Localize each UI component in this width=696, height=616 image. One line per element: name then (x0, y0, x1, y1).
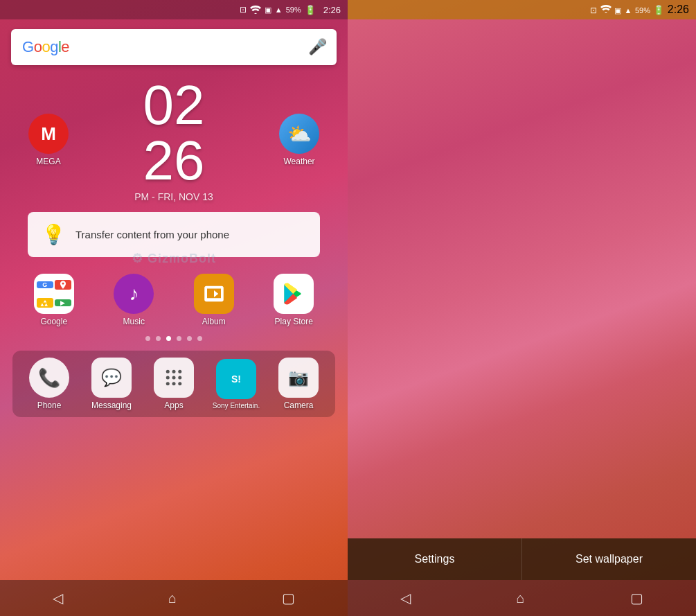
dot-5 (187, 336, 192, 341)
clock-date: PM - FRI, NOV 13 (76, 191, 271, 202)
right-battery-icon: 🔋 (653, 5, 664, 15)
right-sim-icon: ▣ (614, 6, 621, 15)
album-icon (194, 274, 234, 314)
playstore-icon (274, 274, 314, 314)
right-wallpaper-area (348, 19, 696, 538)
recent-button[interactable] (282, 590, 295, 606)
right-home-button[interactable] (516, 590, 524, 606)
playstore-app[interactable]: Play Store (266, 274, 321, 326)
apps-app[interactable]: Apps (146, 358, 202, 410)
messaging-icon: 💬 (91, 358, 132, 398)
camera-emoji: 📷 (288, 368, 309, 387)
music-emoji: ♪ (129, 283, 139, 305)
google-label: Google (40, 317, 67, 326)
back-button[interactable] (53, 590, 63, 606)
dot-3-active (166, 336, 171, 341)
playstore-label: Play Store (275, 317, 313, 326)
sony-app[interactable]: S! Sony Entertain. (208, 359, 264, 410)
svg-point-0 (166, 370, 170, 373)
mic-button[interactable]: 🎤 (309, 39, 325, 55)
transfer-text: Transfer content from your phone (75, 228, 229, 242)
top-app-row: M MEGA 02 26 PM - FRI, NOV 13 ⛅ Weather (7, 78, 341, 202)
right-back-button[interactable] (400, 590, 411, 606)
right-screenshot-icon: ⊡ (590, 6, 597, 15)
drive-sub (37, 298, 53, 308)
mega-label: MEGA (36, 157, 60, 166)
battery-text: 59% (286, 6, 301, 14)
camera-label: Camera (284, 401, 314, 410)
sony-emoji: S! (231, 373, 241, 385)
apps-label: Apps (164, 401, 183, 410)
right-wifi-icon (600, 5, 612, 13)
apps-icon (154, 358, 194, 398)
svg-point-3 (166, 376, 170, 380)
right-phone: ⊡ ▣ ▲ 59% 🔋 2:26 Settings Set wallpaper (348, 0, 696, 616)
bottom-menu: Settings Set wallpaper (348, 538, 696, 580)
phone-label: Phone (37, 401, 62, 410)
weather-icon: ⛅ (279, 114, 319, 154)
music-app[interactable]: ♪ Music (106, 274, 161, 326)
left-phone: ⊡ ▣ ▲ 59% 🔋 2:26 Google 🎤 (0, 0, 348, 616)
yt-sub: ▶ (55, 299, 71, 306)
set-wallpaper-menu-item[interactable]: Set wallpaper (522, 538, 696, 580)
camera-app[interactable]: 📷 Camera (271, 358, 326, 410)
page-dots (7, 336, 341, 341)
clock-widget: 02 26 PM - FRI, NOV 13 (76, 78, 271, 202)
right-time: 2:26 (668, 3, 689, 15)
weather-emoji: ⛅ (287, 123, 312, 146)
sony-label: Sony Entertain. (213, 402, 260, 410)
svg-point-7 (172, 382, 176, 385)
home-content: M MEGA 02 26 PM - FRI, NOV 13 ⛅ Weather … (0, 72, 348, 417)
phone-icon: 📞 (29, 358, 69, 398)
album-app[interactable]: Album (186, 274, 242, 326)
phone-app[interactable]: 📞 Phone (21, 358, 77, 410)
album-svg (204, 283, 224, 304)
svg-point-6 (166, 382, 170, 385)
apps-grid-svg (163, 367, 184, 388)
mega-app[interactable]: M MEGA (21, 114, 76, 166)
home-button[interactable] (168, 590, 177, 606)
mega-letter: M (41, 123, 56, 145)
right-status-icons: ⊡ ▣ ▲ 59% 🔋 2:26 (590, 3, 689, 16)
app-grid-row: G ▶ Google ♪ Music (7, 274, 341, 326)
transfer-icon: 💡 (42, 223, 66, 246)
dot-4 (177, 336, 181, 341)
svg-point-2 (178, 370, 181, 373)
right-signal-icon: ▲ (625, 6, 632, 15)
right-nav-bar (348, 580, 696, 616)
right-battery-text: 59% (635, 6, 650, 15)
left-time: 2:26 (323, 5, 341, 15)
album-label: Album (202, 317, 226, 326)
right-recent-button[interactable] (630, 590, 643, 606)
maps-sub (55, 280, 71, 290)
messaging-app[interactable]: 💬 Messaging (84, 358, 139, 410)
svg-point-8 (178, 382, 181, 385)
google-logo: Google (22, 38, 69, 56)
settings-label: Settings (415, 553, 455, 565)
music-icon: ♪ (114, 274, 154, 314)
google-app[interactable]: G ▶ Google (26, 274, 82, 326)
signal-icon: ▲ (275, 6, 283, 14)
transfer-card[interactable]: 💡 Transfer content from your phone (28, 212, 320, 257)
sim-icon: ▣ (265, 6, 271, 15)
dot-1 (145, 336, 150, 341)
mega-icon: M (28, 114, 69, 154)
left-status-bar: ⊡ ▣ ▲ 59% 🔋 2:26 (0, 0, 348, 19)
left-nav-bar (0, 580, 348, 616)
clock-minute: 26 (76, 133, 271, 188)
battery-icon: 🔋 (305, 5, 316, 15)
sony-icon: S! (216, 359, 256, 399)
wifi-icon (250, 6, 261, 14)
right-status-bar: ⊡ ▣ ▲ 59% 🔋 2:26 (348, 0, 696, 19)
search-bar[interactable]: Google 🎤 (11, 29, 337, 65)
dot-2 (156, 336, 161, 341)
weather-label: Weather (283, 157, 314, 166)
gmail-sub: G (37, 281, 53, 288)
status-icons: ⊡ ▣ ▲ 59% 🔋 2:26 (240, 5, 341, 15)
msg-emoji: 💬 (101, 368, 122, 387)
set-wallpaper-label: Set wallpaper (575, 553, 643, 565)
google-multi-icon: G ▶ (34, 274, 74, 314)
settings-menu-item[interactable]: Settings (348, 538, 522, 580)
weather-app[interactable]: ⛅ Weather (271, 114, 327, 166)
mic-icon: 🎤 (308, 38, 327, 56)
